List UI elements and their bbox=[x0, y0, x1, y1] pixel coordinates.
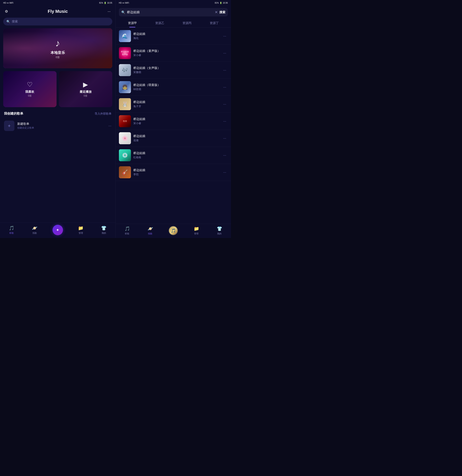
result-more-9[interactable]: ··· bbox=[222, 170, 228, 175]
right-status-bar: HD ▪▪▪ WiFi 81% 🔋 10:36 bbox=[116, 0, 231, 6]
song-info-8: 桥边姑娘 红格格 bbox=[133, 151, 219, 159]
nav-find[interactable]: 🪐 找歌 bbox=[29, 226, 41, 235]
result-more-6[interactable]: ··· bbox=[222, 119, 228, 124]
music-note-icon: ♪ bbox=[55, 38, 60, 49]
search-results-list: 🌊 桥边姑娘 海伦 ··· 桥边姑娘童声版 桥边姑娘（童声版） 宋小睿 ··· bbox=[116, 28, 231, 224]
search-placeholder: 搜索 bbox=[12, 20, 18, 24]
right-nav-mine[interactable]: 👕 我的 bbox=[213, 226, 225, 235]
list-item[interactable]: 🌸 桥边姑娘 花僮 ··· bbox=[116, 130, 231, 147]
song-title-5: 桥边姑娘 bbox=[133, 100, 219, 104]
result-more-7[interactable]: ··· bbox=[222, 136, 228, 141]
song-artist-5: 兔子牙 bbox=[133, 105, 219, 108]
search-input[interactable] bbox=[127, 10, 213, 14]
song-artist-3: 宋雅萌 bbox=[133, 70, 219, 74]
right-manage-label: 管理 bbox=[194, 232, 199, 235]
result-more-3[interactable]: ··· bbox=[222, 67, 228, 73]
result-more-4[interactable]: ··· bbox=[222, 84, 228, 90]
now-playing-icon: 🎵 bbox=[171, 228, 176, 233]
right-battery-icon: 🔋 bbox=[219, 2, 222, 4]
list-item[interactable]: 🐰 桥边姑娘 兔子牙 ··· bbox=[116, 96, 231, 113]
list-item[interactable]: 🎸 桥边姑娘 李恺 ··· bbox=[116, 164, 231, 181]
left-status-left: HD ▪▪▪ WiFi bbox=[3, 2, 13, 4]
song-artist-4: 钟奕萌 bbox=[133, 87, 219, 91]
favorites-card[interactable]: ♡ 我喜欢 0首 bbox=[3, 71, 57, 107]
tab-source-jia[interactable]: 资源甲 bbox=[119, 20, 146, 27]
playlist-section-header: 我创建的歌单 导入外部歌单 bbox=[0, 111, 115, 118]
album-art-7: 🌸 bbox=[119, 132, 131, 144]
banner-overlay: ♪ 本地音乐 0首 bbox=[3, 28, 112, 68]
right-wifi-icon: WiFi bbox=[125, 2, 129, 4]
right-find-icon: 🪐 bbox=[148, 226, 153, 231]
recent-count: 0首 bbox=[84, 94, 87, 98]
nav-manage[interactable]: 📁 管理 bbox=[75, 226, 87, 235]
signal-icon: HD bbox=[3, 2, 6, 4]
right-find-label: 找歌 bbox=[148, 232, 152, 235]
battery-icon: 🔋 bbox=[104, 2, 106, 4]
album-art-5: 🐰 bbox=[119, 98, 131, 110]
song-title-8: 桥边姑娘 bbox=[133, 151, 219, 155]
favorites-title: 我喜欢 bbox=[25, 90, 34, 94]
find-label: 找歌 bbox=[33, 232, 37, 235]
result-more-8[interactable]: ··· bbox=[222, 153, 228, 158]
list-item[interactable]: 👧 桥边姑娘（萌童版） 钟奕萌 ··· bbox=[116, 79, 231, 96]
right-mine-icon: 👕 bbox=[217, 226, 222, 231]
result-more-5[interactable]: ··· bbox=[222, 101, 228, 107]
play-circle-icon: ▶ bbox=[83, 81, 88, 88]
album-art-4: 👧 bbox=[119, 81, 131, 93]
tab-source-yi[interactable]: 资源乙 bbox=[146, 20, 173, 27]
clear-search-button[interactable]: ✕ bbox=[215, 10, 218, 14]
song-artist-6: 宋小睿 bbox=[133, 122, 219, 125]
playlist-more-dots[interactable]: ··· bbox=[108, 124, 111, 128]
right-mobile-signal: ▪▪▪ bbox=[122, 2, 124, 4]
more-menu-button[interactable]: ··· bbox=[107, 8, 111, 14]
right-panel: HD ▪▪▪ WiFi 81% 🔋 10:36 🔍 ✕ 搜索 资源甲 资源乙 资… bbox=[116, 0, 231, 238]
import-playlist-button[interactable]: 导入外部歌单 bbox=[95, 112, 112, 116]
list-item[interactable]: 🎶 桥边姑娘（女声版） 宋雅萌 ··· bbox=[116, 62, 231, 79]
album-art-3: 🎶 bbox=[119, 64, 131, 76]
favorites-overlay: ♡ 我喜欢 0首 bbox=[3, 71, 57, 107]
wifi-icon: WiFi bbox=[9, 2, 13, 4]
now-playing-disc[interactable]: 🎵 bbox=[169, 226, 178, 235]
right-nav-manage[interactable]: 📁 管理 bbox=[190, 226, 202, 235]
favorites-count: 0首 bbox=[28, 94, 32, 98]
list-item[interactable]: 🌊 桥边姑娘 海伦 ··· bbox=[116, 28, 231, 45]
right-signal-icon: HD bbox=[119, 2, 122, 4]
recent-title: 最近播放 bbox=[80, 90, 92, 94]
song-title-2: 桥边姑娘（童声版） bbox=[133, 49, 219, 53]
song-info-6: 桥边姑娘 宋小睿 bbox=[133, 117, 219, 125]
song-artist-7: 花僮 bbox=[133, 139, 219, 142]
right-bottom-nav: 🎵 听歌 🪐 找歌 🎵 📁 管理 👕 我的 bbox=[116, 224, 231, 238]
local-music-title: 本地音乐 bbox=[51, 50, 65, 55]
center-nav-button[interactable]: ✦ bbox=[52, 225, 63, 235]
recent-card[interactable]: ▶ 最近播放 0首 bbox=[59, 71, 112, 107]
search-button[interactable]: 搜索 bbox=[219, 10, 225, 14]
song-info-5: 桥边姑娘 兔子牙 bbox=[133, 100, 219, 108]
local-music-banner[interactable]: ♪ 本地音乐 0首 bbox=[3, 28, 112, 68]
search-bar[interactable]: 🔍 搜索 bbox=[3, 18, 112, 26]
song-info-1: 桥边姑娘 海伦 bbox=[133, 32, 219, 40]
left-status-right: 81% 🔋 10:35 bbox=[99, 2, 112, 4]
result-more-2[interactable]: ··· bbox=[222, 50, 228, 56]
nav-mine[interactable]: 👕 我的 bbox=[98, 226, 110, 235]
settings-icon[interactable]: ⚙ bbox=[4, 8, 9, 14]
list-item[interactable]: 💿 桥边姑娘 红格格 ··· bbox=[116, 147, 231, 164]
search-icon: 🔍 bbox=[6, 20, 10, 24]
right-nav-find[interactable]: 🪐 找歌 bbox=[144, 226, 156, 235]
mobile-signal: ▪▪▪ bbox=[7, 2, 9, 4]
recent-overlay: ▶ 最近播放 0首 bbox=[59, 71, 112, 107]
song-info-3: 桥边姑娘（女声版） 宋雅萌 bbox=[133, 66, 219, 74]
song-title-7: 桥边姑娘 bbox=[133, 134, 219, 138]
album-art-2: 桥边姑娘童声版 bbox=[119, 47, 131, 59]
battery-level: 81% bbox=[99, 2, 103, 4]
manage-label: 管理 bbox=[78, 232, 83, 235]
result-more-1[interactable]: ··· bbox=[222, 33, 228, 39]
nav-listen[interactable]: 🎵 听歌 bbox=[6, 226, 18, 235]
list-item[interactable]: 热情 桥边姑娘 宋小睿 ··· bbox=[116, 113, 231, 130]
list-item[interactable]: 桥边姑娘童声版 桥边姑娘（童声版） 宋小睿 ··· bbox=[116, 45, 231, 62]
new-playlist-item[interactable]: + 新建歌单 创建自定义歌单 ··· bbox=[0, 118, 115, 133]
tab-source-bing[interactable]: 资源丙 bbox=[173, 20, 200, 27]
tab-source-ding[interactable]: 资源丁 bbox=[200, 20, 228, 27]
right-nav-now-playing[interactable]: 🎵 bbox=[167, 226, 179, 235]
nav-center[interactable]: ✦ bbox=[52, 225, 64, 235]
right-nav-listen[interactable]: 🎵 听歌 bbox=[121, 226, 133, 235]
